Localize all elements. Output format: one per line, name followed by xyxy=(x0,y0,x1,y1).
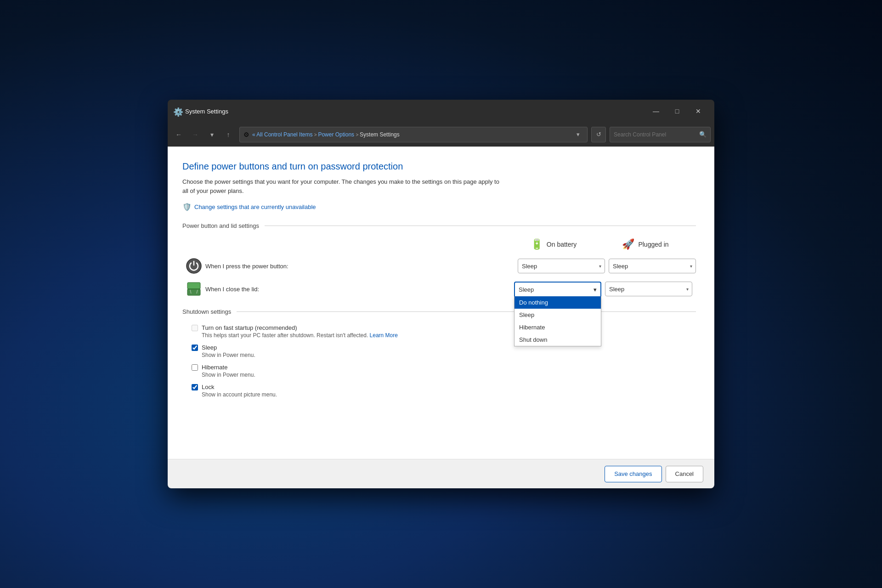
maximize-button[interactable]: □ xyxy=(667,104,688,119)
lock-row: Lock Show in account picture menu. xyxy=(182,384,696,398)
page-description: Choose the power settings that you want … xyxy=(182,177,504,195)
recent-button[interactable]: ▾ xyxy=(204,127,219,142)
hibernate-sublabel: Show in Power menu. xyxy=(192,372,696,378)
sleep-label: Sleep xyxy=(202,344,217,351)
power-button-row: When I press the power button: Sleep Do … xyxy=(182,258,696,274)
footer-bar: Save changes Cancel xyxy=(168,459,714,488)
shutdown-section-title: Shutdown settings xyxy=(182,308,231,315)
refresh-button[interactable]: ↺ xyxy=(591,127,606,142)
lock-sublabel: Show in account picture menu. xyxy=(192,391,696,398)
save-changes-button[interactable]: Save changes xyxy=(605,466,662,482)
lid-battery-chevron: ▾ xyxy=(594,286,597,293)
address-bar[interactable]: ⚙ « All Control Panel Items > Power Opti… xyxy=(239,127,588,142)
lid-icon xyxy=(182,281,205,297)
hibernate-checkbox[interactable] xyxy=(192,364,198,371)
sleep-label-row: Sleep xyxy=(192,344,696,351)
app-icon: ⚙️ xyxy=(173,107,181,115)
lock-checkbox[interactable] xyxy=(192,384,198,390)
breadcrumb-sep-2: > xyxy=(356,132,360,137)
power-button-icon xyxy=(182,258,205,274)
breadcrumb-all-items[interactable]: « All Control Panel Items xyxy=(252,131,312,138)
power-battery-dropdown[interactable]: Sleep Do nothing Hibernate Shut down xyxy=(518,259,605,273)
cancel-button[interactable]: Cancel xyxy=(666,466,703,482)
fast-startup-checkbox[interactable] xyxy=(192,325,198,331)
breadcrumb-system-settings: System Settings xyxy=(360,131,400,138)
main-window: ⚙️ System Settings — □ ✕ ← → ▾ ↑ ⚙ « All… xyxy=(168,100,714,488)
power-button-label: When I press the power button: xyxy=(205,263,518,270)
sleep-row: Sleep Show in Power menu. xyxy=(182,344,696,358)
title-bar: ⚙️ System Settings — □ ✕ xyxy=(168,100,714,123)
address-text: « All Control Panel Items > Power Option… xyxy=(252,131,570,138)
page-title: Define power buttons and turn on passwor… xyxy=(182,161,696,172)
power-plugged-dropdown-wrapper[interactable]: Sleep Do nothing Hibernate Shut down ▾ xyxy=(609,259,696,273)
section-divider xyxy=(265,226,696,226)
lid-battery-dropdown-wrapper[interactable]: Sleep ▾ Do nothing Sleep Hibernate Shut … xyxy=(514,282,601,296)
option-shut-down[interactable]: Shut down xyxy=(514,334,601,346)
power-battery-dropdown-wrapper[interactable]: Sleep Do nothing Hibernate Shut down ▾ xyxy=(518,259,605,273)
plug-icon: 🚀 xyxy=(622,238,634,250)
breadcrumb-power-options[interactable]: Power Options xyxy=(318,131,354,138)
shutdown-section-header: Shutdown settings xyxy=(182,308,696,315)
lid-battery-selected-text: Sleep xyxy=(519,286,534,293)
address-dropdown-button[interactable]: ▾ xyxy=(572,127,583,142)
lid-plugged-dropdown[interactable]: Sleep Do nothing Hibernate Shut down xyxy=(605,282,692,296)
sleep-sublabel: Show in Power menu. xyxy=(192,352,696,358)
fast-startup-sublabel: This helps start your PC faster after sh… xyxy=(192,332,696,339)
forward-button[interactable]: → xyxy=(188,127,203,142)
shield-icon: 🛡️ xyxy=(182,203,192,211)
search-bar[interactable]: 🔍 xyxy=(610,127,711,142)
svg-rect-2 xyxy=(187,283,200,289)
close-button[interactable]: ✕ xyxy=(688,104,709,119)
fast-startup-label-row: Turn on fast startup (recommended) xyxy=(192,324,696,331)
battery-icon: 🔋 xyxy=(531,238,543,250)
option-hibernate[interactable]: Hibernate xyxy=(514,321,601,334)
lid-label: When I close the lid: xyxy=(205,286,514,293)
sleep-checkbox[interactable] xyxy=(192,345,198,351)
window-title: System Settings xyxy=(185,108,642,115)
lid-row: When I close the lid: Sleep ▾ Do nothing… xyxy=(182,281,696,297)
hibernate-label: Hibernate xyxy=(202,364,227,371)
option-do-nothing[interactable]: Do nothing xyxy=(514,296,601,309)
svg-rect-1 xyxy=(187,289,200,295)
columns-header: 🔋 On battery 🚀 Plugged in xyxy=(182,238,696,250)
change-settings-label: Change settings that are currently unava… xyxy=(194,204,316,210)
fast-startup-row: Turn on fast startup (recommended) This … xyxy=(182,324,696,339)
hibernate-row: Hibernate Show in Power menu. xyxy=(182,364,696,378)
address-icon: ⚙ xyxy=(243,131,249,138)
lid-battery-dropdown-display[interactable]: Sleep ▾ xyxy=(514,282,601,296)
plugged-in-header: 🚀 Plugged in xyxy=(599,238,691,250)
power-plugged-dropdown[interactable]: Sleep Do nothing Hibernate Shut down xyxy=(609,259,696,273)
learn-more-link[interactable]: Learn More xyxy=(370,332,398,339)
content-area: Define power buttons and turn on passwor… xyxy=(168,147,714,459)
option-sleep[interactable]: Sleep xyxy=(514,309,601,321)
lid-battery-dropdown-options: Do nothing Sleep Hibernate Shut down xyxy=(514,296,601,346)
minimize-button[interactable]: — xyxy=(645,104,667,119)
fast-startup-label: Turn on fast startup (recommended) xyxy=(202,324,297,331)
window-controls: — □ ✕ xyxy=(645,104,709,119)
search-icon: 🔍 xyxy=(699,131,707,138)
search-input[interactable] xyxy=(614,131,696,138)
section-header: Power button and lid settings xyxy=(182,222,696,229)
section-title: Power button and lid settings xyxy=(182,222,259,229)
plugged-in-label: Plugged in xyxy=(638,241,668,248)
change-settings-link[interactable]: 🛡️ Change settings that are currently un… xyxy=(182,203,316,211)
lock-label-row: Lock xyxy=(192,384,696,390)
shutdown-section-divider xyxy=(237,311,696,312)
on-battery-header: 🔋 On battery xyxy=(508,238,599,250)
hibernate-label-row: Hibernate xyxy=(192,364,696,371)
nav-bar: ← → ▾ ↑ ⚙ « All Control Panel Items > Po… xyxy=(168,123,714,147)
lock-label: Lock xyxy=(202,384,214,390)
shutdown-section: Shutdown settings Turn on fast startup (… xyxy=(182,308,696,398)
lid-plugged-dropdown-wrapper[interactable]: Sleep Do nothing Hibernate Shut down ▾ xyxy=(605,282,692,296)
on-battery-label: On battery xyxy=(547,241,577,248)
back-button[interactable]: ← xyxy=(171,127,186,142)
up-button[interactable]: ↑ xyxy=(221,127,236,142)
